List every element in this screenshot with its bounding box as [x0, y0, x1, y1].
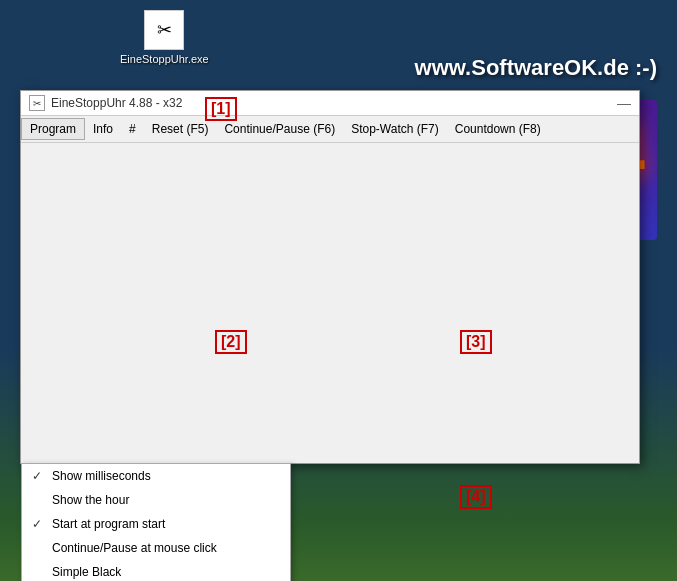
menu-show-hour[interactable]: Show the hour [22, 488, 290, 512]
watermark: www.SoftwareOK.de :-) [415, 55, 657, 81]
desktop-icon[interactable]: ✂ EineStoppUhr.exe [120, 10, 209, 65]
app-icon: ✂ [144, 10, 184, 50]
menu-program[interactable]: Program [21, 118, 85, 140]
annotation-1: [1] [205, 97, 237, 121]
icon-label: EineStoppUhr.exe [120, 53, 209, 65]
window-title: EineStoppUhr 4.88 - x32 [51, 96, 182, 110]
menu-hash[interactable]: # [121, 119, 144, 139]
menu-simple-black[interactable]: Simple Black [22, 560, 290, 581]
dropdown-area: Show milliseconds Show the hour Start at… [21, 143, 639, 463]
menu-continue-mouse[interactable]: Continue/Pause at mouse click [22, 536, 290, 560]
menu-countdown[interactable]: Countdown (F8) [447, 119, 549, 139]
program-dropdown: Show milliseconds Show the hour Start at… [21, 463, 291, 581]
title-bar-left: ✂ EineStoppUhr 4.88 - x32 [29, 95, 182, 111]
menu-bar: Program Info # Reset (F5) Continue/Pause… [21, 116, 639, 143]
title-bar: ✂ EineStoppUhr 4.88 - x32 — [21, 91, 639, 116]
title-icon: ✂ [29, 95, 45, 111]
menu-stopwatch[interactable]: Stop-Watch (F7) [343, 119, 447, 139]
annotation-4: [4] [460, 485, 492, 509]
menu-info[interactable]: Info [85, 119, 121, 139]
annotation-2: [2] [215, 330, 247, 354]
annotation-3: [3] [460, 330, 492, 354]
menu-continue[interactable]: Continue/Pause (F6) [216, 119, 343, 139]
minimize-button[interactable]: — [617, 95, 631, 111]
menu-start-program[interactable]: Start at program start [22, 512, 290, 536]
app-window: ✂ EineStoppUhr 4.88 - x32 — Program Info… [20, 90, 640, 464]
menu-reset[interactable]: Reset (F5) [144, 119, 217, 139]
menu-show-milliseconds[interactable]: Show milliseconds [22, 464, 290, 488]
